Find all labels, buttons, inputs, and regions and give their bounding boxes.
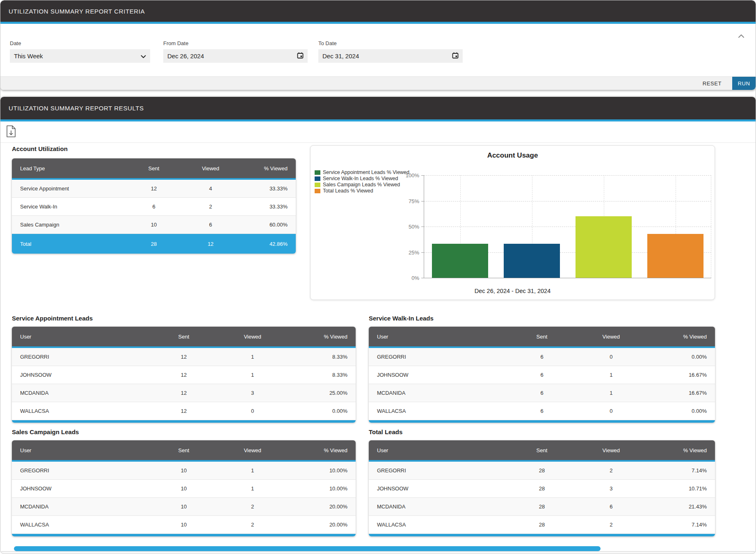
- table-header-row: UserSentViewed% Viewed: [369, 327, 715, 346]
- chart-title: Account Usage: [311, 151, 715, 160]
- total-row: Total281242.86%: [12, 234, 296, 254]
- legend-label: Service Appointment Leads % Viewed: [323, 169, 409, 175]
- table-cell: 2: [218, 522, 287, 528]
- table-cell: 1: [576, 390, 646, 396]
- table-cell: 12: [182, 241, 239, 247]
- table-cell: WALLACSA: [12, 522, 149, 528]
- table-cell: 8.33%: [287, 354, 356, 360]
- legend-item[interactable]: Sales Campaign Leads % Viewed: [315, 182, 409, 188]
- account-usage-chart: Account Usage Service Appointment Leads …: [310, 145, 715, 300]
- table-row: GREGORRI2827.14%: [369, 462, 715, 480]
- chart-bar[interactable]: [647, 234, 703, 278]
- criteria-panel-header: UTILIZATION SUMMARY REPORT CRITERIA: [0, 0, 756, 22]
- table-cell: 6: [507, 390, 577, 396]
- table-cell: 2: [576, 467, 646, 474]
- table-row: Service Appointment12433.33%: [12, 180, 296, 198]
- table-row: MCDANIDA28621.43%: [369, 498, 715, 516]
- table-cell: 1: [218, 485, 287, 492]
- calendar-icon[interactable]: [452, 52, 459, 60]
- user-table: UserSentViewed% ViewedGREGORRI1218.33%JO…: [12, 327, 356, 423]
- table-header-row: UserSentViewed% Viewed: [12, 440, 356, 460]
- table-cell: 3: [218, 390, 287, 396]
- table-cell: MCDANIDA: [369, 390, 507, 396]
- table-row: GREGORRI1218.33%: [12, 348, 356, 366]
- user-table: UserSentViewed% ViewedGREGORRI10110.00%J…: [12, 440, 356, 536]
- legend-item[interactable]: Service Walk-In Leads % Viewed: [315, 176, 409, 181]
- chevron-down-icon: [141, 53, 146, 60]
- legend-item[interactable]: Service Appointment Leads % Viewed: [315, 169, 409, 175]
- horizontal-scrollbar[interactable]: [14, 546, 601, 551]
- y-axis-tick: [421, 252, 424, 253]
- table-row: WALLACSA10220.00%: [12, 516, 356, 534]
- table-row: MCDANIDA12325.00%: [12, 384, 356, 402]
- to-date-input[interactable]: Dec 31, 2024: [318, 49, 463, 63]
- calendar-icon[interactable]: [297, 52, 304, 60]
- y-axis-tick-label: 75%: [409, 198, 419, 204]
- y-axis-tick-label: 25%: [409, 249, 419, 255]
- legend-swatch: [315, 170, 320, 175]
- criteria-footer: RESET RUN: [0, 76, 756, 90]
- table-cell: 8.33%: [287, 372, 356, 378]
- table-cell: 20.00%: [287, 522, 356, 528]
- download-report-button[interactable]: [5, 124, 17, 140]
- chart-slot: [568, 175, 640, 278]
- table-cell: JOHNSOOW: [12, 372, 149, 378]
- table-row: Sales Campaign10660.00%: [12, 216, 296, 234]
- table-header-row: Lead TypeSentViewed% Viewed: [12, 158, 296, 178]
- chart-bar[interactable]: [504, 244, 560, 278]
- table-cell: WALLACSA: [12, 408, 149, 414]
- chart-slots: [424, 175, 711, 278]
- column-header: % Viewed: [287, 447, 356, 453]
- table-row: GREGORRI10110.00%: [12, 462, 356, 480]
- column-header: User: [12, 447, 149, 453]
- user-table-section: Sales Campaign LeadsUserSentViewed% View…: [12, 428, 356, 536]
- run-button[interactable]: RUN: [732, 77, 756, 90]
- table-cell: 10: [126, 222, 182, 228]
- table-cell: GREGORRI: [369, 467, 507, 474]
- account-utilization-table: Lead TypeSentViewed% ViewedService Appoi…: [12, 158, 296, 254]
- table-cell: 10.71%: [646, 485, 715, 492]
- column-header: Sent: [149, 447, 218, 453]
- y-axis-tick-label: 100%: [406, 172, 419, 179]
- table-cell: 60.00%: [239, 222, 296, 228]
- user-table-section: Total LeadsUserSentViewed% ViewedGREGORR…: [369, 428, 715, 536]
- table-cell: 2: [218, 504, 287, 510]
- table-cell: 0: [576, 354, 646, 360]
- user-table-section: Service Walk-In LeadsUserSentViewed% Vie…: [369, 315, 715, 423]
- collapse-panel-button[interactable]: [737, 33, 746, 39]
- table-cell: 28: [507, 467, 577, 474]
- criteria-panel: UTILIZATION SUMMARY REPORT CRITERIA Date…: [0, 0, 756, 90]
- table-cell: 12: [149, 408, 218, 414]
- results-panel: UTILIZATION SUMMARY REPORT RESULTS Accou…: [0, 97, 756, 551]
- table-cell: 21.43%: [646, 504, 715, 510]
- chart-bar[interactable]: [576, 216, 632, 278]
- user-table-title: Service Walk-In Leads: [369, 315, 715, 322]
- reset-button[interactable]: RESET: [692, 77, 732, 90]
- table-bottom-accent-bar: [12, 534, 356, 536]
- user-table: UserSentViewed% ViewedGREGORRI600.00%JOH…: [369, 327, 715, 423]
- table-cell: 0.00%: [646, 408, 715, 414]
- y-axis-tick: [421, 175, 424, 176]
- table-cell: 7.14%: [646, 522, 715, 528]
- chart-x-axis-label: Dec 26, 2024 - Dec 31, 2024: [311, 288, 715, 294]
- table-cell: 6: [507, 354, 577, 360]
- report-page: UTILIZATION SUMMARY REPORT CRITERIA Date…: [0, 0, 756, 554]
- table-row: WALLACSA600.00%: [369, 402, 715, 420]
- table-row: JOHNSOOW1218.33%: [12, 366, 356, 384]
- criteria-panel-title: UTILIZATION SUMMARY REPORT CRITERIA: [9, 8, 145, 15]
- table-cell: JOHNSOOW: [369, 372, 507, 378]
- legend-item[interactable]: Total Leads % Viewed: [315, 188, 409, 194]
- results-panel-header: UTILIZATION SUMMARY REPORT RESULTS: [0, 97, 756, 119]
- from-date-value: Dec 26, 2024: [167, 53, 204, 60]
- column-header: Sent: [507, 334, 577, 340]
- table-cell: 12: [149, 390, 218, 396]
- chart-bar[interactable]: [432, 244, 488, 278]
- column-header: User: [369, 334, 507, 340]
- table-cell: 7.14%: [646, 467, 715, 474]
- table-cell: 1: [218, 354, 287, 360]
- chart-slot: [640, 175, 711, 278]
- table-row: JOHNSOOW10110.00%: [12, 480, 356, 498]
- from-date-input[interactable]: Dec 26, 2024: [163, 49, 308, 63]
- date-range-select[interactable]: This Week: [10, 49, 150, 63]
- column-header: Viewed: [218, 334, 287, 340]
